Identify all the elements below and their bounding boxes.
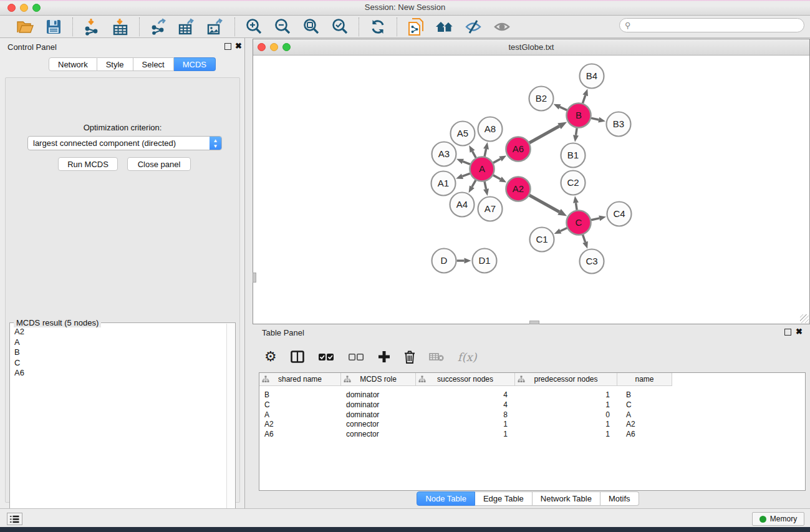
edge-B-B1[interactable]	[576, 128, 577, 135]
edge-A-A1[interactable]	[462, 173, 470, 177]
table-cell[interactable]: A	[626, 410, 672, 420]
table-cell[interactable]: A6	[626, 429, 672, 439]
home-view-icon[interactable]	[435, 17, 455, 36]
gear-icon[interactable]: ⚙	[264, 350, 277, 364]
criterion-dropdown[interactable]: largest connected component (directed) ▲…	[27, 136, 222, 150]
deselect-all-icon[interactable]	[348, 353, 364, 361]
edge-A-A5[interactable]	[473, 152, 476, 158]
table-cell[interactable]: 4	[416, 390, 508, 400]
table-cell[interactable]: A2	[626, 419, 672, 429]
edge-A2-C[interactable]	[529, 195, 559, 212]
delete-icon[interactable]	[404, 351, 415, 364]
tab-node-table[interactable]: Node Table	[417, 491, 475, 506]
table-cell[interactable]: 0	[515, 410, 610, 420]
tab-network[interactable]: Network	[49, 57, 97, 71]
table-cell[interactable]: B	[626, 390, 672, 400]
open-file-icon[interactable]	[15, 17, 35, 36]
tab-mcds[interactable]: MCDS	[174, 57, 216, 71]
network-canvas[interactable]: B4B2BB3A5A8A6B1A3AC2A1A2A4A7CC4C1C3DD1	[254, 56, 809, 324]
column-header-shared-name[interactable]: shared name	[259, 373, 341, 386]
float-table-panel-icon[interactable]	[784, 329, 791, 336]
edge-A-A2[interactable]	[493, 175, 501, 179]
tab-network-table[interactable]: Network Table	[533, 491, 600, 506]
edge-C-C3[interactable]	[583, 235, 586, 242]
table-cell[interactable]: 1	[416, 429, 508, 439]
table-cell[interactable]: dominator	[346, 400, 412, 410]
table-cell[interactable]: connector	[346, 419, 412, 429]
table-cell[interactable]: 1	[416, 419, 508, 429]
column-header-successor-nodes[interactable]: successor nodes	[416, 373, 515, 386]
zoom-fit-icon[interactable]	[301, 17, 321, 36]
float-panel-icon[interactable]	[224, 43, 231, 50]
mcds-result-item[interactable]: A	[11, 337, 226, 348]
paste-network-icon[interactable]	[406, 17, 426, 36]
edge-A6-B[interactable]	[529, 126, 559, 143]
mcds-result-item[interactable]: A2	[11, 327, 226, 337]
export-network-icon[interactable]	[148, 17, 168, 36]
refresh-icon[interactable]	[368, 17, 388, 36]
zoom-in-icon[interactable]	[244, 17, 264, 36]
column-header-name[interactable]: name	[617, 373, 672, 386]
edge-C-C2[interactable]	[576, 203, 577, 210]
resize-grip-icon[interactable]	[800, 314, 809, 323]
mcds-result-item[interactable]: B	[11, 347, 226, 358]
zoom-out-icon[interactable]	[272, 17, 292, 36]
edge-A-A3[interactable]	[463, 162, 470, 165]
table-cell[interactable]: 1	[515, 429, 610, 439]
zoom-selected-icon[interactable]	[330, 17, 350, 36]
edge-A-A4[interactable]	[472, 180, 476, 187]
table-cell[interactable]: B	[264, 390, 337, 400]
edge-B-B3[interactable]	[591, 118, 599, 120]
table-cell[interactable]: connector	[346, 429, 412, 439]
export-image-icon[interactable]	[206, 17, 226, 36]
frame-edge-handle[interactable]	[253, 273, 256, 283]
edge-A-A7[interactable]	[485, 181, 486, 189]
mcds-result-list[interactable]: A2ABCA6	[11, 327, 226, 532]
add-icon[interactable]	[378, 351, 390, 363]
edge-A-A6[interactable]	[493, 159, 501, 163]
table-cell[interactable]: dominator	[346, 410, 412, 420]
edge-B-B4[interactable]	[582, 95, 585, 104]
network-window-titlebar[interactable]: testGlobe.txt	[253, 39, 809, 56]
table-cell[interactable]: A6	[264, 429, 337, 439]
search-field[interactable]: ⚲	[619, 18, 804, 32]
tab-motifs[interactable]: Motifs	[600, 491, 639, 506]
save-session-icon[interactable]	[44, 17, 64, 36]
table-cell[interactable]: 4	[416, 400, 508, 410]
edge-B-B2[interactable]	[560, 107, 567, 110]
search-input[interactable]	[631, 19, 804, 31]
table-cell[interactable]: dominator	[346, 390, 412, 400]
close-panel-button[interactable]: Close panel	[127, 157, 191, 171]
task-history-icon[interactable]	[7, 513, 22, 525]
run-mcds-button[interactable]: Run MCDS	[58, 157, 118, 171]
select-all-icon[interactable]	[318, 353, 334, 361]
mcds-result-item[interactable]: A6	[11, 368, 226, 379]
hide-details-icon[interactable]	[463, 17, 483, 36]
show-details-icon[interactable]	[492, 17, 512, 36]
node-table[interactable]: shared nameMCDS rolesuccessor nodesprede…	[259, 372, 806, 491]
edge-A-A8[interactable]	[485, 149, 486, 157]
table-cell[interactable]: A	[264, 410, 337, 420]
table-cell[interactable]: C	[264, 400, 337, 410]
memory-button[interactable]: Memory	[752, 512, 804, 526]
table-cell[interactable]: 1	[515, 419, 610, 429]
tab-style[interactable]: Style	[97, 57, 133, 71]
column-header-MCDS-role[interactable]: MCDS role	[341, 373, 416, 386]
table-cell[interactable]: 1	[515, 400, 610, 410]
table-cell[interactable]: C	[626, 400, 672, 410]
result-scrollbar[interactable]	[226, 324, 234, 532]
table-cell[interactable]: 8	[416, 410, 508, 420]
table-cell[interactable]: 1	[515, 390, 610, 400]
column-icon[interactable]	[291, 351, 304, 363]
close-table-panel-icon[interactable]: ✖	[796, 327, 803, 336]
edge-C-C1[interactable]	[561, 228, 567, 231]
edge-C-C4[interactable]	[591, 218, 599, 220]
table-cell[interactable]: A2	[264, 419, 337, 429]
close-panel-icon[interactable]: ✖	[235, 42, 242, 51]
export-table-icon[interactable]	[177, 17, 197, 36]
mcds-result-item[interactable]: C	[11, 358, 226, 369]
import-network-icon[interactable]	[82, 17, 102, 36]
import-table-icon[interactable]	[110, 17, 130, 36]
tab-edge-table[interactable]: Edge Table	[475, 491, 533, 506]
tab-select[interactable]: Select	[133, 57, 174, 71]
